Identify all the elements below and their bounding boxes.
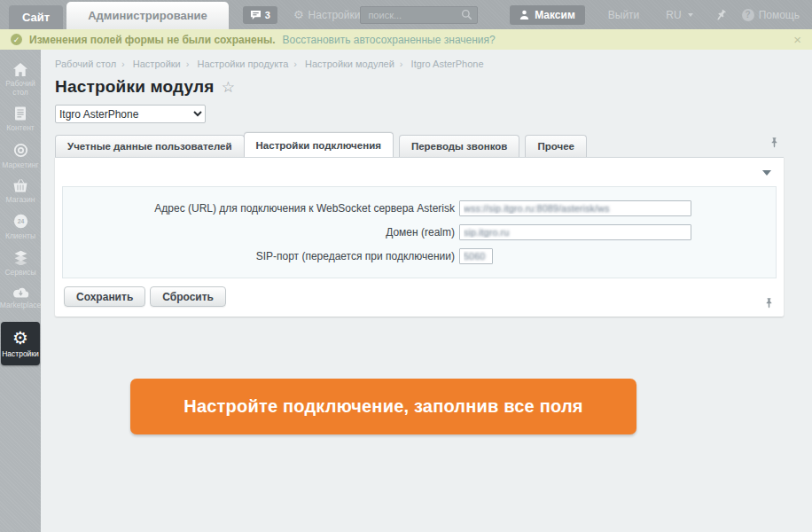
- content-area: Рабочий стол Контент Маркетинг Магазин 2…: [0, 50, 812, 532]
- sidebar-item-label: Рабочий стол: [0, 79, 41, 97]
- tab-site[interactable]: Сайт: [9, 5, 63, 29]
- tab-user-credentials[interactable]: Учетные данные пользователей: [55, 135, 245, 157]
- settings-form-panel: Адрес (URL) для подключения к WebSocket …: [55, 157, 784, 317]
- star-icon[interactable]: ☆: [222, 78, 235, 97]
- tab-administration[interactable]: Администрирование: [66, 2, 229, 29]
- close-icon[interactable]: ×: [793, 32, 801, 47]
- svg-text:24: 24: [17, 218, 24, 224]
- help-label: Помощь: [759, 9, 800, 21]
- connection-fieldset: Адрес (URL) для подключения к WebSocket …: [62, 186, 777, 278]
- sidebar-item-content[interactable]: Контент: [0, 102, 41, 137]
- sip-port-input[interactable]: [459, 248, 493, 264]
- pushpin-icon[interactable]: [770, 137, 778, 148]
- reset-button[interactable]: Сбросить: [150, 286, 226, 307]
- sidebar-item-marketing[interactable]: Маркетинг: [0, 138, 41, 175]
- breadcrumb-item[interactable]: Рабочий стол: [55, 59, 116, 69]
- sidebar-item-settings[interactable]: ⚙ Настройки: [1, 322, 40, 365]
- banner-text: Настройте подключение, заполнив все поля: [183, 396, 582, 417]
- pushpin-icon[interactable]: [765, 297, 773, 309]
- logout-label: Выйти: [608, 9, 640, 21]
- tab-other[interactable]: Прочее: [525, 135, 587, 157]
- topbar-settings-label: Настройки: [308, 9, 361, 21]
- gear-icon: ⚙: [12, 329, 28, 347]
- setup-hint-banner: Настройте подключение, заполнив все поля: [130, 379, 636, 434]
- sidebar-item-shop[interactable]: Магазин: [0, 175, 41, 209]
- help-link[interactable]: ? Помощь: [742, 9, 800, 21]
- person-icon: [519, 10, 529, 20]
- breadcrumb: Рабочий стол› Настройки› Настройки проду…: [55, 59, 798, 69]
- save-button[interactable]: Сохранить: [64, 286, 145, 307]
- home-icon: [12, 63, 28, 76]
- breadcrumb-item[interactable]: Настройки: [133, 59, 181, 69]
- layers-icon: [13, 250, 28, 265]
- module-select[interactable]: Itgro AsterPhone: [55, 105, 206, 123]
- notifications-count: 3: [265, 10, 270, 20]
- breadcrumb-item[interactable]: Itgro AsterPhone: [411, 59, 484, 69]
- question-circle-icon: ?: [742, 9, 754, 21]
- top-bar: Сайт Администрирование 3 ⚙ Настройки Мак…: [0, 0, 812, 29]
- main-panel: Рабочий стол› Настройки› Настройки проду…: [41, 50, 812, 532]
- websocket-url-input[interactable]: [459, 200, 691, 216]
- sidebar-item-label: Магазин: [6, 195, 35, 204]
- user-menu-button[interactable]: Максим: [510, 5, 585, 25]
- breadcrumb-item[interactable]: Настройки продукта: [197, 59, 288, 69]
- form-row: Адрес (URL) для подключения к WebSocket …: [63, 200, 776, 216]
- form-row: SIP-порт (передается при подключении): [63, 248, 776, 264]
- sidebar-item-marketplace[interactable]: Marketplace: [0, 282, 41, 315]
- sip-port-label: SIP-порт (передается при подключении): [63, 250, 459, 262]
- topbar-settings-link[interactable]: ⚙ Настройки: [293, 9, 361, 21]
- pushpin-icon[interactable]: [716, 9, 726, 21]
- clock24-icon: 24: [13, 214, 28, 229]
- autosave-alert-bar: ✓ Изменения полей формы не были сохранен…: [0, 29, 812, 50]
- gear-icon: ⚙: [293, 9, 304, 20]
- sidebar-item-label: Контент: [6, 123, 35, 132]
- sidebar-item-label: Маркетинг: [2, 160, 38, 169]
- notifications-button[interactable]: 3: [243, 6, 277, 24]
- sidebar-item-label: Marketplace: [0, 301, 41, 309]
- form-row: Домен (realm): [63, 224, 776, 240]
- user-name: Максим: [535, 9, 575, 21]
- sidebar-item-label: Сервисы: [4, 268, 35, 277]
- cloud-download-icon: [12, 286, 29, 298]
- basket-icon: [12, 179, 28, 192]
- breadcrumb-separator: ›: [186, 59, 190, 69]
- breadcrumb-item[interactable]: Настройки модулей: [305, 59, 394, 69]
- sidebar-item-label: Настройки: [2, 349, 39, 358]
- websocket-url-label: Адрес (URL) для подключения к WebSocket …: [63, 202, 459, 215]
- search-box: [360, 6, 478, 24]
- realm-domain-label: Домен (realm): [63, 226, 459, 239]
- check-circle-icon: ✓: [11, 34, 22, 45]
- target-icon: [13, 143, 28, 158]
- breadcrumb-separator: ›: [293, 59, 297, 69]
- language-switcher[interactable]: RU: [666, 9, 692, 21]
- search-icon[interactable]: [461, 9, 472, 20]
- breadcrumb-separator: ›: [121, 59, 125, 69]
- tab-connection-settings[interactable]: Настройки подключения: [244, 132, 394, 157]
- sidebar-item-clients[interactable]: 24 Клиенты: [0, 209, 41, 246]
- document-icon: [14, 106, 27, 121]
- tab-call-transfers[interactable]: Переводы звонков: [399, 135, 520, 157]
- restore-autosave-link[interactable]: Восстановить автосохраненные значения?: [283, 34, 496, 46]
- language-label: RU: [666, 9, 681, 21]
- sidebar-item-label: Клиенты: [5, 231, 35, 240]
- speech-bubble-icon: [250, 10, 262, 20]
- logout-link[interactable]: Выйти: [608, 9, 640, 21]
- chevron-down-icon: [688, 13, 693, 17]
- page-title: Настройки модуля: [55, 77, 215, 97]
- sidebar-item-services[interactable]: Сервисы: [0, 246, 41, 282]
- form-tabs: Учетные данные пользователей Настройки п…: [55, 132, 784, 157]
- alert-message: Изменения полей формы не были сохранены.: [29, 34, 276, 46]
- sidebar: Рабочий стол Контент Маркетинг Магазин 2…: [0, 50, 41, 532]
- breadcrumb-separator: ›: [400, 59, 403, 69]
- collapse-chevron-icon[interactable]: [762, 170, 771, 176]
- realm-domain-input[interactable]: [459, 224, 691, 240]
- sidebar-item-desktop[interactable]: Рабочий стол: [0, 59, 41, 102]
